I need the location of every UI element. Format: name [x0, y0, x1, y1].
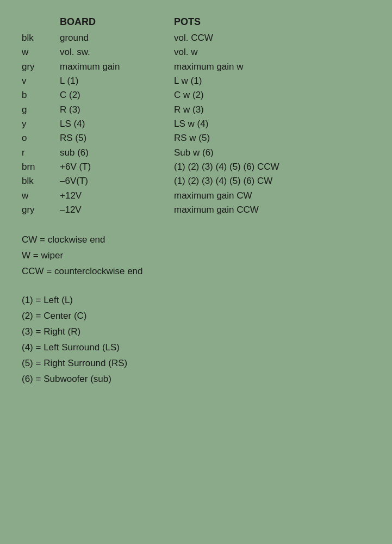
table-row: r sub (6) Sub w (6) — [22, 146, 370, 160]
board-cell: –12V — [60, 203, 174, 217]
board-cell: R (3) — [60, 103, 174, 117]
pots-cell: (1) (2) (3) (4) (5) (6) CCW — [174, 160, 370, 174]
wire-cell: gry — [22, 203, 60, 217]
table-row: w vol. sw. vol. w — [22, 45, 370, 59]
table-row: w +12V maximum gain CW — [22, 189, 370, 203]
pots-cell: maximum gain CW — [174, 189, 370, 203]
table-body: blk ground vol. CCW w vol. sw. vol. w gr… — [22, 31, 370, 217]
pots-cell: R w (3) — [174, 103, 370, 117]
table-row: o RS (5) RS w (5) — [22, 131, 370, 145]
legend-items: CW = clockwise endW = wiperCCW = counter… — [22, 232, 370, 280]
board-cell: L (1) — [60, 74, 174, 88]
board-cell: maximum gain — [60, 60, 174, 74]
channel-item: (4) = Left Surround (LS) — [22, 340, 370, 356]
table-row: blk –6V(T) (1) (2) (3) (4) (5) (6) CW — [22, 174, 370, 188]
wire-cell: brn — [22, 160, 60, 174]
pots-col-header: POTS — [174, 16, 370, 28]
legend-item: CW = clockwise end — [22, 232, 370, 248]
page-container: BOARD POTS blk ground vol. CCW w vol. sw… — [0, 0, 392, 544]
wire-cell: w — [22, 189, 60, 203]
wire-col-header — [22, 16, 60, 28]
table-row: v L (1) L w (1) — [22, 74, 370, 88]
pots-cell: vol. w — [174, 45, 370, 59]
channel-items: (1) = Left (L)(2) = Center (C)(3) = Righ… — [22, 293, 370, 387]
legend-item: CCW = counterclockwise end — [22, 264, 370, 280]
channel-item: (3) = Right (R) — [22, 324, 370, 340]
pots-cell: vol. CCW — [174, 31, 370, 45]
board-cell: LS (4) — [60, 117, 174, 131]
wire-cell: r — [22, 146, 60, 160]
board-cell: –6V(T) — [60, 174, 174, 188]
pots-cell: LS w (4) — [174, 117, 370, 131]
pots-cell: (1) (2) (3) (4) (5) (6) CW — [174, 174, 370, 188]
pots-cell: Sub w (6) — [174, 146, 370, 160]
wire-cell: blk — [22, 174, 60, 188]
table-row: blk ground vol. CCW — [22, 31, 370, 45]
wiring-table: BOARD POTS blk ground vol. CCW w vol. sw… — [22, 16, 370, 217]
table-header-row: BOARD POTS — [22, 16, 370, 28]
wire-cell: b — [22, 88, 60, 102]
table-row: g R (3) R w (3) — [22, 103, 370, 117]
table-row: gry –12V maximum gain CCW — [22, 203, 370, 217]
table-row: gry maximum gain maximum gain w — [22, 60, 370, 74]
board-cell: +6V (T) — [60, 160, 174, 174]
board-cell: sub (6) — [60, 146, 174, 160]
wire-cell: gry — [22, 60, 60, 74]
pots-cell: maximum gain w — [174, 60, 370, 74]
board-col-header: BOARD — [60, 16, 174, 28]
channel-item: (2) = Center (C) — [22, 308, 370, 324]
wire-cell: o — [22, 131, 60, 145]
pots-cell: C w (2) — [174, 88, 370, 102]
table-row: y LS (4) LS w (4) — [22, 117, 370, 131]
pots-cell: L w (1) — [174, 74, 370, 88]
board-cell: C (2) — [60, 88, 174, 102]
wire-cell: y — [22, 117, 60, 131]
pots-cell: maximum gain CCW — [174, 203, 370, 217]
table-row: brn +6V (T) (1) (2) (3) (4) (5) (6) CCW — [22, 160, 370, 174]
board-cell: ground — [60, 31, 174, 45]
pots-cell: RS w (5) — [174, 131, 370, 145]
board-cell: +12V — [60, 189, 174, 203]
legend-item: W = wiper — [22, 248, 370, 264]
wire-cell: g — [22, 103, 60, 117]
board-cell: vol. sw. — [60, 45, 174, 59]
table-row: b C (2) C w (2) — [22, 88, 370, 102]
channel-item: (1) = Left (L) — [22, 293, 370, 308]
channel-item: (5) = Right Surround (RS) — [22, 356, 370, 372]
channel-section: (1) = Left (L)(2) = Center (C)(3) = Righ… — [22, 293, 370, 387]
board-cell: RS (5) — [60, 131, 174, 145]
wire-cell: blk — [22, 31, 60, 45]
wire-cell: w — [22, 45, 60, 59]
wire-cell: v — [22, 74, 60, 88]
channel-item: (6) = Subwoofer (sub) — [22, 372, 370, 387]
legend-section: CW = clockwise endW = wiperCCW = counter… — [22, 232, 370, 280]
